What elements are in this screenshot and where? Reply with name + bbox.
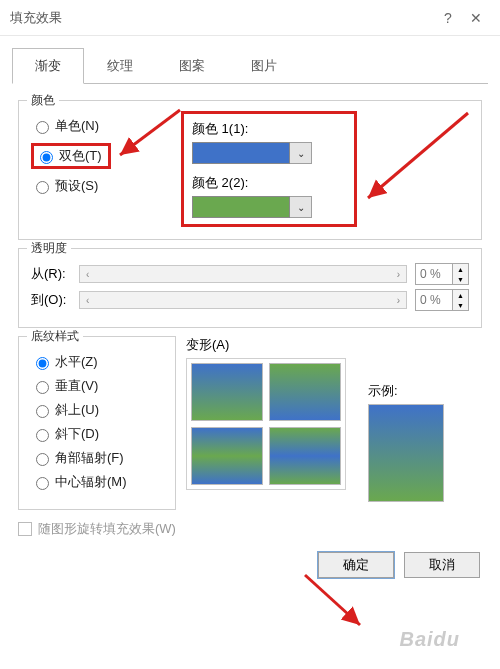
spin-up-icon[interactable]: ▲ <box>452 290 468 300</box>
color2-select[interactable]: ⌄ <box>192 196 346 218</box>
from-slider[interactable]: ‹› <box>79 265 407 283</box>
ok-button[interactable]: 确定 <box>318 552 394 578</box>
variants-label: 变形(A) <box>186 336 346 354</box>
color2-dropdown-icon[interactable]: ⌄ <box>290 196 312 218</box>
color1-swatch <box>192 142 290 164</box>
radio-center[interactable]: 中心辐射(M) <box>31 473 163 491</box>
window-title: 填充效果 <box>10 9 434 27</box>
slider-right-icon: › <box>397 269 400 280</box>
color1-label: 颜色 1(1): <box>192 120 346 138</box>
help-button[interactable]: ? <box>434 10 462 26</box>
colors-group: 颜色 单色(N) 双色(T) 预设(S) 颜色 1(1): <box>18 100 482 240</box>
spin-down-icon[interactable]: ▼ <box>452 274 468 284</box>
radio-one-color[interactable]: 单色(N) <box>31 117 181 135</box>
from-label: 从(R): <box>31 265 79 283</box>
tab-texture[interactable]: 纹理 <box>84 48 156 84</box>
radio-diag-down[interactable]: 斜下(D) <box>31 425 163 443</box>
shading-group: 底纹样式 水平(Z) 垂直(V) 斜上(U) 斜下(D) 角部辐射(F) 中心辐… <box>18 336 176 510</box>
close-button[interactable]: ✕ <box>462 10 490 26</box>
watermark: Baidu <box>399 628 460 651</box>
variants-grid <box>186 358 346 490</box>
radio-preset[interactable]: 预设(S) <box>31 177 181 195</box>
rotate-checkbox[interactable]: 随图形旋转填充效果(W) <box>18 520 482 538</box>
tab-picture[interactable]: 图片 <box>228 48 300 84</box>
slider-left-icon: ‹ <box>86 269 89 280</box>
variant-2[interactable] <box>269 363 341 421</box>
color1-dropdown-icon[interactable]: ⌄ <box>290 142 312 164</box>
variant-4[interactable] <box>269 427 341 485</box>
transparency-legend: 透明度 <box>27 240 71 257</box>
spin-up-icon[interactable]: ▲ <box>452 264 468 274</box>
variant-3[interactable] <box>191 427 263 485</box>
tab-strip: 渐变 纹理 图案 图片 <box>12 48 488 84</box>
slider-right-icon: › <box>397 295 400 306</box>
checkbox-icon <box>18 522 32 536</box>
color2-label: 颜色 2(2): <box>192 174 346 192</box>
radio-vertical[interactable]: 垂直(V) <box>31 377 163 395</box>
sample-preview <box>368 404 444 502</box>
to-slider[interactable]: ‹› <box>79 291 407 309</box>
variant-1[interactable] <box>191 363 263 421</box>
tab-pattern[interactable]: 图案 <box>156 48 228 84</box>
from-spinner[interactable]: 0 % ▲▼ <box>415 263 469 285</box>
spin-down-icon[interactable]: ▼ <box>452 300 468 310</box>
radio-horizontal[interactable]: 水平(Z) <box>31 353 163 371</box>
cancel-button[interactable]: 取消 <box>404 552 480 578</box>
sample-label: 示例: <box>368 382 398 400</box>
radio-corner[interactable]: 角部辐射(F) <box>31 449 163 467</box>
shading-legend: 底纹样式 <box>27 328 83 345</box>
to-spinner[interactable]: 0 % ▲▼ <box>415 289 469 311</box>
radio-two-color[interactable]: 双色(T) <box>35 147 102 165</box>
transparency-group: 透明度 从(R): ‹› 0 % ▲▼ 到(O): ‹› 0 % ▲▼ <box>18 248 482 328</box>
slider-left-icon: ‹ <box>86 295 89 306</box>
radio-diag-up[interactable]: 斜上(U) <box>31 401 163 419</box>
to-label: 到(O): <box>31 291 79 309</box>
tab-gradient[interactable]: 渐变 <box>12 48 84 84</box>
color2-swatch <box>192 196 290 218</box>
colors-legend: 颜色 <box>27 92 59 109</box>
title-bar: 填充效果 ? ✕ <box>0 0 500 36</box>
color1-select[interactable]: ⌄ <box>192 142 346 164</box>
